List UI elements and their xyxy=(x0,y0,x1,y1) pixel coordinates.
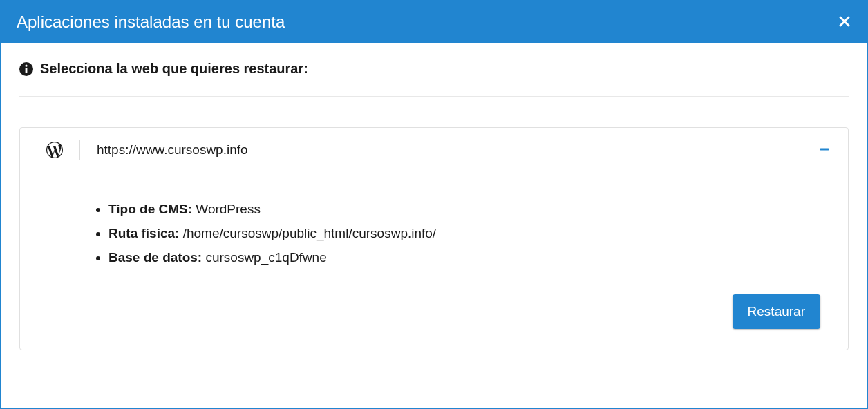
close-icon[interactable] xyxy=(836,15,853,30)
svg-point-2 xyxy=(25,64,27,66)
path-value: /home/cursoswp/public_html/cursoswp.info… xyxy=(183,226,436,240)
site-panel: https://www.cursoswp.info Tipo de CMS: W… xyxy=(19,127,849,350)
modal-dialog: Aplicaciones instaladas en tu cuenta Sel… xyxy=(0,0,868,409)
panel-header[interactable]: https://www.cursoswp.info xyxy=(20,128,848,172)
cms-value: WordPress xyxy=(196,202,261,216)
minus-icon[interactable] xyxy=(816,143,833,157)
action-row: Restaurar xyxy=(48,294,820,329)
wordpress-icon xyxy=(46,142,63,158)
cms-label: Tipo de CMS: xyxy=(108,202,196,216)
modal-title: Aplicaciones instaladas en tu cuenta xyxy=(17,12,285,32)
list-item: Tipo de CMS: WordPress xyxy=(108,197,820,221)
svg-rect-3 xyxy=(820,149,829,151)
subtitle: Selecciona la web que quieres restaurar: xyxy=(40,61,308,77)
panel-body: Tipo de CMS: WordPress Ruta física: /hom… xyxy=(20,172,848,350)
db-value: cursoswp_c1qDfwne xyxy=(205,250,326,265)
site-url: https://www.cursoswp.info xyxy=(97,142,816,158)
info-icon xyxy=(19,62,33,76)
svg-rect-1 xyxy=(26,68,28,73)
path-label: Ruta física: xyxy=(108,226,183,240)
modal-body: Selecciona la web que quieres restaurar:… xyxy=(1,43,867,408)
db-label: Base de datos: xyxy=(108,250,205,265)
detail-list: Tipo de CMS: WordPress Ruta física: /hom… xyxy=(48,197,820,269)
restore-button[interactable]: Restaurar xyxy=(733,294,820,329)
modal-header: Aplicaciones instaladas en tu cuenta xyxy=(1,1,867,43)
subtitle-row: Selecciona la web que quieres restaurar: xyxy=(19,61,849,97)
list-item: Base de datos: cursoswp_c1qDfwne xyxy=(108,245,820,269)
list-item: Ruta física: /home/cursoswp/public_html/… xyxy=(108,221,820,245)
divider xyxy=(79,140,80,160)
